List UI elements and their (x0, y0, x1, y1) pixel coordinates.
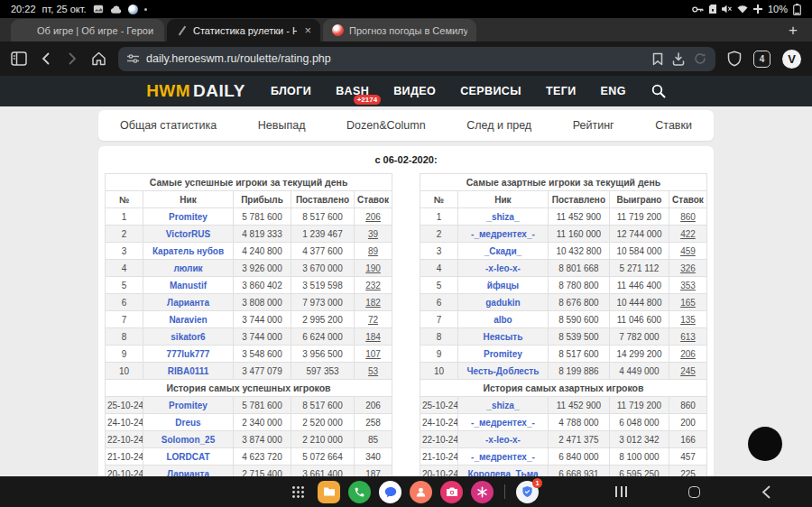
hwm-daily-logo[interactable]: HWMDAILY (146, 81, 245, 101)
player-link[interactable]: -_медрентех_- (471, 452, 535, 462)
player-link[interactable]: Ларианта (167, 469, 209, 477)
site-nav-видео[interactable]: ВИДЕО (393, 85, 436, 97)
player-link[interactable]: gadukin (485, 298, 520, 308)
site-nav-eng[interactable]: ENG (601, 85, 626, 97)
search-icon[interactable] (651, 84, 666, 98)
player-link[interactable]: gadukin (457, 294, 548, 311)
player-link[interactable]: albo (457, 311, 548, 328)
player-link[interactable]: Solomon_25 (143, 431, 234, 448)
stakes-link[interactable]: 182 (365, 298, 381, 308)
contacts-icon[interactable] (410, 481, 432, 503)
player-link[interactable]: _Королева_Тьма_ (457, 466, 548, 477)
bookmark-icon[interactable] (652, 52, 663, 66)
stakes-link[interactable]: 422 (680, 229, 696, 239)
stakes-link[interactable]: 72 (368, 315, 378, 325)
stakes-link[interactable]: 353 (680, 281, 696, 290)
stakes-link[interactable]: 459 (669, 243, 706, 260)
stakes-link[interactable]: 422 (669, 226, 706, 243)
subnav-item-0[interactable]: Общая статистика (120, 119, 217, 132)
player-link[interactable]: Solomon_25 (161, 435, 215, 445)
player-link[interactable]: VictorRUS (166, 229, 210, 239)
player-link[interactable]: Dreus (143, 414, 234, 431)
player-link[interactable]: VictorRUS (143, 226, 234, 243)
tab-count-box[interactable]: 4 (753, 51, 770, 68)
url-bar[interactable]: daily.heroeswm.ru/roulette/rating.php (118, 47, 715, 71)
player-link[interactable]: _Королева_Тьма_ (463, 469, 543, 477)
player-link[interactable]: Ларианта (143, 294, 234, 311)
player-link[interactable]: sikator6 (171, 332, 205, 342)
site-settings-icon[interactable] (127, 53, 139, 64)
player-link[interactable]: Promitey (484, 349, 522, 359)
stakes-link[interactable]: 206 (669, 346, 706, 363)
stakes-link[interactable]: 107 (365, 349, 381, 359)
player-link[interactable]: Каратель нубов (152, 246, 224, 256)
my-files-icon[interactable] (318, 481, 340, 503)
player-link[interactable]: Promitey (457, 346, 548, 363)
player-link[interactable]: -_медрентех_- (457, 226, 548, 243)
player-link[interactable]: Каратель нубов (143, 243, 234, 260)
player-link[interactable]: йфяцы (457, 277, 548, 294)
stakes-link[interactable]: 245 (680, 366, 696, 376)
player-link[interactable]: -_медрентех_- (457, 414, 548, 431)
player-link[interactable]: 777luk777 (143, 346, 234, 363)
player-link[interactable]: RIBA0111 (168, 366, 209, 376)
player-link[interactable]: _shiza_ (457, 397, 548, 414)
subnav-item-4[interactable]: Рейтинг (573, 119, 614, 132)
back-button[interactable] (761, 485, 770, 499)
player-link[interactable]: _Скади_ (457, 243, 548, 260)
browser-tab-0[interactable]: Об игре | Об игре - Герои Во (11, 19, 164, 41)
player-link[interactable]: LORDCAT (166, 452, 209, 462)
apps-grid-icon[interactable] (287, 481, 309, 503)
stakes-link[interactable]: 232 (355, 277, 392, 294)
player-link[interactable]: Promitey (169, 212, 208, 222)
stakes-link[interactable]: 135 (669, 311, 706, 328)
stakes-link[interactable]: 353 (669, 277, 706, 294)
shield-icon[interactable] (727, 51, 742, 67)
stakes-link[interactable]: 184 (355, 328, 392, 346)
stakes-link[interactable]: 326 (680, 263, 696, 273)
player-link[interactable]: -x-leo-x- (485, 263, 521, 273)
stakes-link[interactable]: 613 (680, 332, 696, 342)
camera-icon[interactable] (440, 481, 463, 503)
player-link[interactable]: Promitey (143, 208, 234, 226)
tab-close-icon[interactable]: × (302, 23, 311, 37)
stakes-link[interactable]: 107 (355, 346, 392, 363)
player-link[interactable]: Честь-Доблесть (457, 363, 548, 380)
site-nav-bash[interactable]: BASH+2174 (336, 85, 369, 97)
subnav-item-2[interactable]: Dozen&Column (346, 119, 426, 132)
stakes-link[interactable]: 860 (669, 208, 706, 226)
forward-icon[interactable] (65, 51, 79, 66)
player-link[interactable]: Promitey (143, 397, 234, 414)
player-link[interactable]: -x-leo-x- (485, 435, 521, 445)
player-link[interactable]: albo (494, 315, 512, 325)
stakes-link[interactable]: 459 (680, 246, 696, 256)
player-link[interactable]: Ларианта (143, 466, 234, 477)
phone-icon[interactable] (348, 481, 371, 503)
browser-tab-1[interactable]: Статистика рулетки - HWM× (167, 19, 320, 41)
messages-icon[interactable] (379, 481, 401, 503)
player-link[interactable]: -x-leo-x- (457, 431, 548, 448)
stakes-link[interactable]: 135 (680, 315, 696, 325)
player-link[interactable]: Ларианта (167, 298, 209, 308)
player-link[interactable]: Promitey (169, 401, 208, 410)
back-icon[interactable] (39, 51, 53, 66)
assistive-touch-button[interactable] (748, 427, 782, 461)
stakes-link[interactable]: 184 (365, 332, 381, 342)
stakes-link[interactable]: 613 (669, 328, 706, 346)
player-link[interactable]: Честь-Доблесть (466, 366, 539, 376)
player-link[interactable]: Неясыть (484, 332, 523, 342)
stakes-link[interactable]: 232 (365, 281, 381, 290)
stakes-link[interactable]: 89 (355, 243, 392, 260)
player-link[interactable]: -_медрентех_- (471, 418, 535, 428)
player-link[interactable]: -_медрентех_- (471, 229, 535, 239)
player-link[interactable]: RIBA0111 (143, 363, 234, 380)
player-link[interactable]: sikator6 (143, 328, 234, 346)
stakes-link[interactable]: 53 (368, 366, 378, 376)
site-nav-сервисы[interactable]: СЕРВИСЫ (460, 85, 521, 97)
player-link[interactable]: _Скади_ (484, 246, 521, 256)
stakes-link[interactable]: 326 (669, 260, 706, 277)
player-link[interactable]: люлик (173, 263, 202, 273)
new-tab-button[interactable]: + (789, 23, 798, 38)
player-link[interactable]: Manustif (143, 277, 234, 294)
player-link[interactable]: Dreus (175, 418, 200, 428)
